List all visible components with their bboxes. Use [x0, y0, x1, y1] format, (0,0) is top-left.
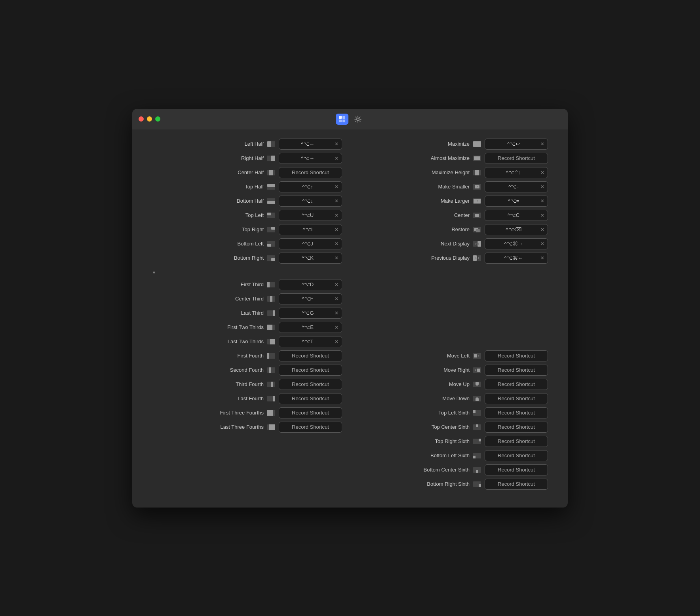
shortcut-field-top-left[interactable]: ^⌥U✕	[279, 210, 342, 221]
shortcut-row-last-fourth: Last FourthRecord Shortcut	[152, 392, 342, 405]
record-btn-top-center-sixth[interactable]: Record Shortcut	[485, 422, 548, 433]
record-btn-almost-maximize[interactable]: Record Shortcut	[485, 153, 548, 164]
record-btn-move-right[interactable]: Record Shortcut	[485, 365, 548, 376]
icon-move-down	[473, 395, 481, 402]
shortcut-row-last-three-fourths: Last Three FourthsRecord Shortcut	[152, 420, 342, 434]
label-top-half: Top Half	[245, 184, 264, 190]
svg-text:+: +	[476, 199, 478, 203]
shortcut-field-first-two-thirds[interactable]: ^⌥E✕	[279, 322, 342, 333]
shortcut-row-restore: Restore^⌥⌫✕	[358, 223, 548, 236]
clear-btn-first-two-thirds[interactable]: ✕	[335, 325, 339, 330]
clear-btn-last-two-thirds[interactable]: ✕	[335, 339, 339, 344]
svg-rect-60	[270, 339, 275, 344]
shortcut-field-first-third[interactable]: ^⌥D✕	[279, 279, 342, 290]
record-btn-bottom-right-sixth[interactable]: Record Shortcut	[485, 479, 548, 490]
shortcut-field-previous-display[interactable]: ^⌥⌘←✕	[485, 253, 548, 264]
shortcut-field-right-half[interactable]: ^⌥→✕	[279, 153, 342, 164]
record-btn-center-half[interactable]: Record Shortcut	[279, 167, 342, 178]
label-bottom-center-sixth: Bottom Center Sixth	[424, 467, 470, 473]
shortcut-field-next-display[interactable]: ^⌥⌘→✕	[485, 238, 548, 249]
close-button[interactable]	[139, 116, 144, 122]
record-btn-first-fourth[interactable]: Record Shortcut	[279, 350, 342, 361]
shortcut-field-last-two-thirds[interactable]: ^⌥T✕	[279, 336, 342, 347]
shortcut-field-make-larger[interactable]: ^⌥=✕	[485, 196, 548, 207]
record-btn-last-fourth[interactable]: Record Shortcut	[279, 393, 342, 404]
shortcut-field-maximize[interactable]: ^⌥↩✕	[485, 139, 548, 150]
maximize-window-button[interactable]	[155, 116, 160, 122]
collapse-triangle[interactable]: ▼	[152, 270, 156, 275]
clear-btn-maximize-height[interactable]: ✕	[540, 170, 544, 175]
shortcut-row-first-three-fourths: First Three FourthsRecord Shortcut	[152, 406, 342, 420]
icon-top-center-sixth	[473, 424, 481, 430]
minimize-button[interactable]	[147, 116, 152, 122]
record-btn-first-three-fourths[interactable]: Record Shortcut	[279, 407, 342, 418]
shortcut-field-restore[interactable]: ^⌥⌫✕	[485, 224, 548, 235]
label-make-larger: Make Larger	[441, 198, 470, 204]
shortcut-field-left-half[interactable]: ^⌥←✕	[279, 139, 342, 150]
shortcuts-tab-btn[interactable]	[336, 114, 348, 125]
clear-btn-center[interactable]: ✕	[540, 213, 544, 218]
svg-rect-52	[267, 282, 270, 287]
clear-btn-first-third[interactable]: ✕	[335, 282, 339, 287]
icon-bottom-center-sixth	[473, 467, 481, 473]
label-bottom-right: Bottom Right	[234, 255, 264, 261]
clear-btn-restore[interactable]: ✕	[540, 227, 544, 232]
label-next-display: Next Display	[441, 241, 470, 247]
record-btn-last-three-fourths[interactable]: Record Shortcut	[279, 422, 342, 433]
shortcut-field-bottom-left[interactable]: ^⌥J✕	[279, 238, 342, 249]
record-btn-move-left[interactable]: Record Shortcut	[485, 350, 548, 361]
shortcut-field-top-right[interactable]: ^⌥I✕	[279, 224, 342, 235]
shortcut-field-bottom-half[interactable]: ^⌥↓✕	[279, 196, 342, 207]
record-btn-move-up[interactable]: Record Shortcut	[485, 379, 548, 390]
clear-btn-center-third[interactable]: ✕	[335, 296, 339, 302]
shortcut-field-center[interactable]: ^⌥C✕	[485, 210, 548, 221]
top-section: Left Half^⌥←✕Right Half^⌥→✕Center HalfRe…	[152, 137, 548, 266]
record-btn-move-down[interactable]: Record Shortcut	[485, 393, 548, 404]
record-btn-top-right-sixth[interactable]: Record Shortcut	[485, 436, 548, 447]
shortcut-value-center-third: ^⌥F	[282, 296, 333, 302]
shortcut-value-top-right: ^⌥I	[282, 226, 333, 232]
clear-btn-make-larger[interactable]: ✕	[540, 198, 544, 204]
record-btn-third-fourth[interactable]: Record Shortcut	[279, 379, 342, 390]
shortcut-field-bottom-right[interactable]: ^⌥K✕	[279, 253, 342, 264]
clear-btn-previous-display[interactable]: ✕	[540, 255, 544, 261]
label-top-left-sixth: Top Left Sixth	[438, 410, 470, 416]
shortcut-row-move-right: Move RightRecord Shortcut	[358, 363, 548, 377]
clear-btn-maximize[interactable]: ✕	[540, 141, 544, 147]
settings-tab-btn[interactable]	[352, 114, 364, 125]
clear-btn-next-display[interactable]: ✕	[540, 241, 544, 247]
svg-rect-72	[269, 424, 275, 430]
shortcut-value-center: ^⌥C	[488, 212, 539, 218]
clear-btn-top-right[interactable]: ✕	[335, 227, 339, 232]
icon-top-half	[267, 184, 276, 190]
record-btn-second-fourth[interactable]: Record Shortcut	[279, 365, 342, 376]
record-btn-bottom-center-sixth[interactable]: Record Shortcut	[485, 464, 548, 475]
clear-btn-top-left[interactable]: ✕	[335, 213, 339, 218]
clear-btn-bottom-left[interactable]: ✕	[335, 241, 339, 247]
icon-last-third	[267, 310, 276, 316]
clear-btn-left-half[interactable]: ✕	[335, 141, 339, 147]
clear-btn-last-third[interactable]: ✕	[335, 310, 339, 316]
bottom-section: First Third^⌥D✕Center Third^⌥F✕Last Thir…	[152, 278, 548, 492]
clear-btn-bottom-half[interactable]: ✕	[335, 198, 339, 204]
shortcut-field-maximize-height[interactable]: ^⌥⇧↑✕	[485, 167, 548, 178]
shortcut-row-bottom-right-sixth: Bottom Right SixthRecord Shortcut	[358, 477, 548, 491]
icon-restore	[473, 226, 481, 233]
svg-rect-92	[473, 456, 476, 458]
shortcut-field-center-third[interactable]: ^⌥F✕	[279, 293, 342, 304]
shortcut-field-make-smaller[interactable]: ^⌥-✕	[485, 181, 548, 192]
record-btn-top-left-sixth[interactable]: Record Shortcut	[485, 407, 548, 418]
shortcut-field-top-half[interactable]: ^⌥↑✕	[279, 181, 342, 192]
label-center: Center	[454, 212, 470, 218]
shortcut-field-last-third[interactable]: ^⌥G✕	[279, 308, 342, 319]
label-top-center-sixth: Top Center Sixth	[432, 424, 470, 430]
clear-btn-bottom-right[interactable]: ✕	[335, 255, 339, 261]
spacer-4	[358, 335, 548, 348]
icon-first-two-thirds	[267, 324, 276, 331]
clear-btn-right-half[interactable]: ✕	[335, 156, 339, 161]
clear-btn-top-half[interactable]: ✕	[335, 184, 339, 190]
label-first-three-fourths: First Three Fourths	[220, 410, 264, 416]
right-top-col: Maximize^⌥↩✕Almost MaximizeRecord Shortc…	[358, 137, 548, 266]
clear-btn-make-smaller[interactable]: ✕	[540, 184, 544, 190]
record-btn-bottom-left-sixth[interactable]: Record Shortcut	[485, 450, 548, 461]
